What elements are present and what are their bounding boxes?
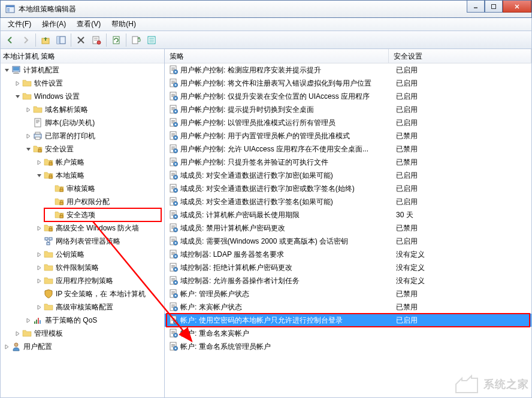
expand-icon[interactable]: [25, 106, 32, 113]
tree-audit-policy[interactable]: 审核策略: [1, 182, 164, 195]
tree-scripts[interactable]: 脚本(启动/关机): [1, 116, 164, 129]
tree-deployed-printers[interactable]: 已部署的打印机: [1, 129, 164, 142]
tree-public-key[interactable]: 公钥策略: [1, 248, 164, 261]
column-header-policy[interactable]: 策略: [165, 49, 389, 63]
minimize-button[interactable]: [467, 1, 485, 13]
tree-user-rights[interactable]: 用户权限分配: [1, 195, 164, 208]
expand-icon[interactable]: [3, 66, 10, 74]
tree-local-policies[interactable]: 本地策略: [1, 169, 164, 182]
filter-button[interactable]: [144, 33, 159, 47]
show-hide-tree-button[interactable]: [54, 33, 68, 47]
up-level-button[interactable]: [38, 33, 53, 47]
expand-icon[interactable]: [35, 159, 43, 166]
window-titlebar: 本地组策略编辑器: [0, 0, 532, 18]
policy-row[interactable]: 域成员: 对安全通道数据进行数字加密或数字签名(始终)已启用: [165, 182, 531, 195]
expand-icon[interactable]: [35, 290, 43, 297]
policy-row[interactable]: 用户帐户控制: 将文件和注册表写入错误虚拟化到每用户位置已启用: [165, 77, 531, 90]
tree-ip-security[interactable]: IP 安全策略，在 本地计算机: [1, 287, 164, 300]
policy-row[interactable]: 用户帐户控制: 仅提升安装在安全位置的 UIAccess 应用程序已启用: [165, 90, 531, 103]
policy-row[interactable]: 用户帐户控制: 只提升签名并验证的可执行文件已禁用: [165, 156, 531, 169]
expand-icon[interactable]: [14, 330, 21, 337]
maximize-button[interactable]: [485, 1, 503, 13]
expand-icon[interactable]: [25, 132, 32, 139]
expand-icon[interactable]: [35, 277, 43, 284]
tree-pane[interactable]: 本地计算机 策略 计算机配置软件设置Windows 设置域名解析策略脚本(启动/…: [1, 49, 165, 397]
menu-help[interactable]: 帮助(H): [107, 18, 141, 31]
tree-computer-config[interactable]: 计算机配置: [1, 63, 164, 77]
tree-windows-settings[interactable]: Windows 设置: [1, 90, 164, 103]
policy-row[interactable]: 域控制器: LDAP 服务器签名要求没有定义: [165, 248, 531, 261]
policy-icon: [165, 329, 179, 338]
svg-rect-173: [171, 333, 174, 334]
forward-button[interactable]: [19, 33, 33, 47]
expand-icon[interactable]: [35, 238, 43, 245]
svg-rect-57: [171, 81, 175, 81]
expand-icon[interactable]: [46, 185, 53, 192]
policy-row[interactable]: 帐户: 管理员帐户状态已禁用: [165, 287, 531, 300]
expand-icon[interactable]: [35, 224, 43, 232]
expand-icon[interactable]: [35, 264, 43, 271]
policy-setting: 已启用: [391, 92, 531, 102]
policy-row[interactable]: 用户帐户控制: 检测应用程序安装并提示提升已启用: [165, 63, 531, 77]
tree-advanced-audit[interactable]: 高级审核策略配置: [1, 300, 164, 314]
back-button[interactable]: [3, 33, 17, 47]
expand-icon[interactable]: [25, 145, 32, 153]
expand-icon[interactable]: [25, 317, 32, 324]
policy-row[interactable]: 帐户: 重命名系统管理员帐户: [165, 340, 531, 353]
policy-row[interactable]: 用户帐户控制: 提示提升时切换到安全桌面已启用: [165, 103, 531, 116]
svg-rect-130: [171, 240, 175, 241]
svg-rect-112: [171, 200, 175, 201]
policy-row[interactable]: 域成员: 对安全通道数据进行数字签名(如果可能)已启用: [165, 195, 531, 208]
policy-row[interactable]: 帐户: 重命名来宾帐户: [165, 327, 531, 340]
policy-setting: 已启用: [391, 315, 531, 326]
svg-rect-99: [171, 173, 175, 174]
policy-row[interactable]: 域成员: 需要强(Windows 2000 或更高版本) 会话密钥已启用: [165, 235, 531, 248]
tree-root-header[interactable]: 本地计算机 策略: [1, 50, 164, 63]
tree-security-options[interactable]: 安全选项: [1, 208, 164, 221]
tree-network-list[interactable]: 网络列表管理器策略: [1, 235, 164, 248]
policy-row[interactable]: 用户帐户控制: 以管理员批准模式运行所有管理员已启用: [165, 116, 531, 129]
export-list-button[interactable]: [129, 33, 143, 47]
policy-row[interactable]: 帐户: 使用空密码的本地帐户只允许进行控制台登录已启用: [165, 314, 531, 327]
list-pane[interactable]: 策略 安全设置 用户帐户控制: 检测应用程序安装并提示提升已启用用户帐户控制: …: [165, 49, 531, 397]
tree-security-settings[interactable]: 安全设置: [1, 142, 164, 156]
policy-row[interactable]: 域控制器: 允许服务器操作者计划任务没有定义: [165, 274, 531, 287]
tree-firewall[interactable]: 高级安全 Windows 防火墙: [1, 221, 164, 235]
tree-user-config[interactable]: 用户配置: [1, 340, 164, 353]
expand-icon[interactable]: [25, 119, 32, 126]
tree-account-policies[interactable]: 帐户策略: [1, 156, 164, 169]
tree-policy-qos[interactable]: 基于策略的 QoS: [1, 314, 164, 327]
menu-file[interactable]: 文件(F): [3, 18, 36, 31]
menu-action[interactable]: 操作(A): [37, 18, 71, 31]
tree-name-resolution[interactable]: 域名解析策略: [1, 103, 164, 116]
expand-icon[interactable]: [35, 251, 43, 258]
svg-rect-27: [14, 72, 18, 73]
tree-admin-templates[interactable]: 管理模板: [1, 327, 164, 340]
menu-view[interactable]: 查看(V): [72, 18, 105, 31]
svg-rect-181: [175, 348, 176, 349]
policy-row[interactable]: 帐户: 来宾帐户状态已禁用: [165, 300, 531, 314]
policy-row[interactable]: 用户帐户控制: 允许 UIAccess 应用程序在不使用安全桌面...已禁用: [165, 142, 531, 156]
expand-icon[interactable]: [3, 343, 10, 350]
column-header-setting[interactable]: 安全设置: [389, 49, 531, 63]
expand-icon[interactable]: [35, 172, 43, 179]
tree-software-settings[interactable]: 软件设置: [1, 77, 164, 90]
properties-button[interactable]: [89, 33, 104, 47]
refresh-button[interactable]: [109, 33, 123, 47]
expand-icon[interactable]: [46, 198, 53, 205]
expand-icon[interactable]: [35, 303, 43, 311]
close-button[interactable]: [503, 1, 531, 13]
policy-row[interactable]: 域成员: 对安全通道数据进行数字加密(如果可能)已启用: [165, 169, 531, 182]
policy-row[interactable]: 用户帐户控制: 用于内置管理员帐户的管理员批准模式已禁用: [165, 129, 531, 142]
tree-software-restriction[interactable]: 软件限制策略: [1, 261, 164, 274]
expand-icon[interactable]: [14, 93, 21, 100]
policy-row[interactable]: 域成员: 计算机帐户密码最长使用期限30 天: [165, 208, 531, 221]
delete-button[interactable]: [74, 33, 88, 47]
tree-item-icon: [22, 329, 32, 338]
policy-row[interactable]: 域控制器: 拒绝计算机帐户密码更改没有定义: [165, 261, 531, 274]
policy-row[interactable]: 域成员: 禁用计算机帐户密码更改已禁用: [165, 221, 531, 235]
expand-icon[interactable]: [46, 211, 53, 218]
expand-icon[interactable]: [14, 80, 21, 87]
tree-app-control[interactable]: 应用程序控制策略: [1, 274, 164, 287]
svg-rect-91: [175, 150, 176, 151]
